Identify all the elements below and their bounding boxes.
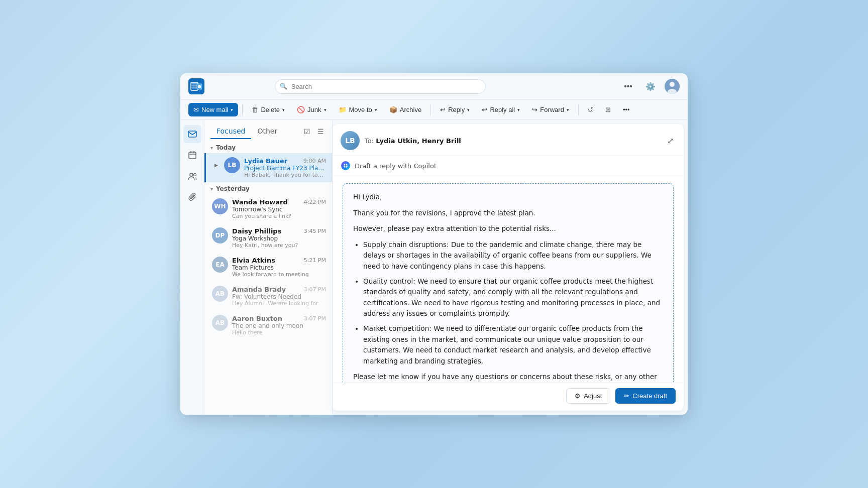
nav-icon-attachments[interactable]	[183, 188, 201, 206]
forward-icon: ↪	[532, 106, 537, 113]
email-item-amanda-brady[interactable]: AB Amanda Brady 3:07 PM Fw: Volunteers N…	[204, 282, 332, 311]
create-draft-button[interactable]: ✏ Create draft	[615, 388, 676, 404]
email-preview: Hey Katri, how are you?	[232, 242, 326, 249]
adjust-button[interactable]: ⚙ Adjust	[566, 388, 610, 404]
email-item-daisy-phillips[interactable]: DP Daisy Phillips 3:45 PM Yoga Workshop …	[204, 223, 332, 253]
svg-rect-7	[188, 131, 196, 137]
copilot-bar: Draft a reply with Copilot	[333, 156, 684, 176]
chevron-down-icon: ▾	[517, 107, 520, 112]
chevron-down-icon: ▾	[231, 107, 233, 112]
nav-icon-calendar[interactable]	[183, 146, 201, 164]
email-subject: Team Pictures	[232, 264, 326, 271]
email-sender: Aaron Buxton	[232, 315, 282, 322]
mark-read-button[interactable]: ☑	[302, 126, 312, 138]
search-bar: 🔍	[275, 79, 486, 94]
tab-focused[interactable]: Focused	[210, 124, 251, 139]
filter-button[interactable]: ☰	[315, 126, 326, 138]
email-body-amanda: Amanda Brady 3:07 PM Fw: Volunteers Need…	[232, 286, 326, 307]
draft-closing: Please let me know if you have any quest…	[353, 372, 663, 383]
tabs-row: Focused Other ☑ ☰	[204, 120, 332, 141]
draft-box[interactable]: Hi Lydia, Thank you for the revisions, I…	[343, 183, 674, 383]
copilot-label: Draft a reply with Copilot	[355, 162, 437, 170]
yesterday-section-label: ▾ Yesterday	[204, 182, 332, 194]
today-section-label: ▾ Today	[204, 141, 332, 153]
search-input[interactable]	[275, 79, 486, 94]
top-bar-right: ••• ⚙️	[620, 79, 680, 94]
chevron-down-icon: ▾	[210, 186, 213, 192]
draft-risk-2: Quality control: We need to ensure that …	[363, 276, 663, 319]
new-mail-button[interactable]: ✉ New mail ▾	[188, 103, 238, 116]
app-window: 🔍 ••• ⚙️ ✉ New mail ▾ 🗑 Delete	[180, 73, 688, 415]
reply-all-icon: ↩	[482, 106, 487, 113]
email-item-aaron-buxton[interactable]: AB Aaron Buxton 3:07 PM The one and only…	[204, 311, 332, 340]
delete-button[interactable]: 🗑 Delete ▾	[247, 103, 290, 116]
archive-button[interactable]: 📦 Archive	[384, 103, 426, 116]
chevron-down-icon: ▾	[375, 107, 377, 112]
email-time: 3:07 PM	[304, 315, 326, 322]
move-to-button[interactable]: 📁 Move to ▾	[334, 103, 382, 116]
email-subject: The one and only moon	[232, 322, 326, 329]
reply-all-button[interactable]: ↩ Reply all ▾	[477, 103, 525, 116]
more-options-button[interactable]: •••	[620, 80, 636, 93]
email-sender: Lydia Bauer	[244, 157, 287, 165]
sender-avatar-amanda: AB	[212, 286, 228, 302]
reading-to: To: Lydia Utkin, Henry Brill	[365, 137, 660, 145]
email-body-wanda: Wanda Howard 4:22 PM Tomorrow's Sync Can…	[232, 198, 326, 219]
avatar[interactable]	[665, 79, 680, 94]
email-time: 3:07 PM	[304, 286, 326, 293]
toolbar-separator	[578, 104, 579, 115]
toolbar-separator	[430, 104, 431, 115]
email-preview: Hello there	[232, 329, 326, 336]
delete-icon: 🗑	[252, 106, 258, 113]
expand-reading-button[interactable]: ⤢	[665, 134, 676, 148]
draft-area: Hi Lydia, Thank you for the revisions, I…	[333, 176, 684, 383]
email-item-elvia-atkins[interactable]: EA Elvia Atkins 5:21 PM Team Pictures We…	[204, 253, 332, 282]
draft-risks-list: Supply chain disruptions: Due to the pan…	[353, 239, 663, 367]
draft-greeting: Hi Lydia,	[353, 192, 663, 203]
draft-transition: However, please pay extra attention to t…	[353, 223, 663, 234]
junk-button[interactable]: 🚫 Junk ▾	[292, 103, 331, 116]
nav-icon-mail[interactable]	[183, 125, 201, 143]
side-nav	[180, 120, 204, 415]
sender-avatar-daisy: DP	[212, 227, 228, 243]
sender-avatar-elvia: EA	[212, 257, 228, 273]
draft-risk-1: Supply chain disruptions: Due to the pan…	[363, 239, 663, 272]
more-toolbar-button[interactable]: •••	[618, 103, 635, 116]
undo-button[interactable]: ↺	[583, 103, 598, 116]
email-sender: Wanda Howard	[232, 198, 288, 206]
settings-button[interactable]: ⚙️	[641, 80, 660, 93]
chevron-down-icon: ▾	[567, 107, 569, 112]
email-sender: Amanda Brady	[232, 286, 286, 293]
reply-icon: ↩	[440, 106, 446, 113]
reading-sender-avatar: LB	[341, 131, 360, 150]
email-time: 5:21 PM	[304, 257, 326, 264]
archive-icon: 📦	[389, 106, 397, 113]
reading-header: LB To: Lydia Utkin, Henry Brill ⤢	[333, 124, 684, 156]
email-item-lydia-bauer[interactable]: ▶ LB Lydia Bauer 9:00 AM Project Gamma F…	[204, 153, 332, 182]
svg-point-10	[193, 174, 196, 176]
grid-button[interactable]: ⊞	[600, 103, 616, 116]
chevron-down-icon: ▾	[467, 107, 470, 112]
email-body-lydia: Lydia Bauer 9:00 AM Project Gamma FY23 P…	[244, 157, 326, 178]
forward-button[interactable]: ↪ Forward ▾	[527, 103, 574, 116]
reading-pane: LB To: Lydia Utkin, Henry Brill ⤢	[333, 124, 684, 411]
reply-button[interactable]: ↩ Reply ▾	[435, 103, 475, 116]
email-preview: Can you share a link?	[232, 213, 326, 219]
expand-thread-button[interactable]: ▶	[212, 161, 220, 169]
email-sender-row: Lydia Bauer 9:00 AM	[244, 157, 326, 165]
main-content: Focused Other ☑ ☰ ▾ Today ▶ LB Lydia Bau…	[180, 120, 688, 415]
email-sender: Daisy Phillips	[232, 227, 281, 235]
tab-other[interactable]: Other	[251, 124, 283, 139]
email-body-aaron: Aaron Buxton 3:07 PM The one and only mo…	[232, 315, 326, 336]
draft-text: Hi Lydia, Thank you for the revisions, I…	[353, 192, 663, 383]
sender-avatar-wanda: WH	[212, 198, 228, 214]
email-subject: Fw: Volunteers Needed	[232, 293, 326, 300]
nav-icon-people[interactable]	[183, 167, 201, 185]
draft-intro: Thank you for the revisions, I approve t…	[353, 208, 663, 219]
toolbar: ✉ New mail ▾ 🗑 Delete ▾ 🚫 Junk ▾ 📁 Move …	[180, 100, 688, 120]
top-bar: 🔍 ••• ⚙️	[180, 73, 688, 100]
email-time: 3:45 PM	[304, 228, 326, 234]
draft-actions: ⚙ Adjust ✏ Create draft	[333, 383, 684, 411]
chevron-down-icon: ▾	[210, 145, 213, 151]
email-item-wanda-howard[interactable]: WH Wanda Howard 4:22 PM Tomorrow's Sync …	[204, 194, 332, 223]
